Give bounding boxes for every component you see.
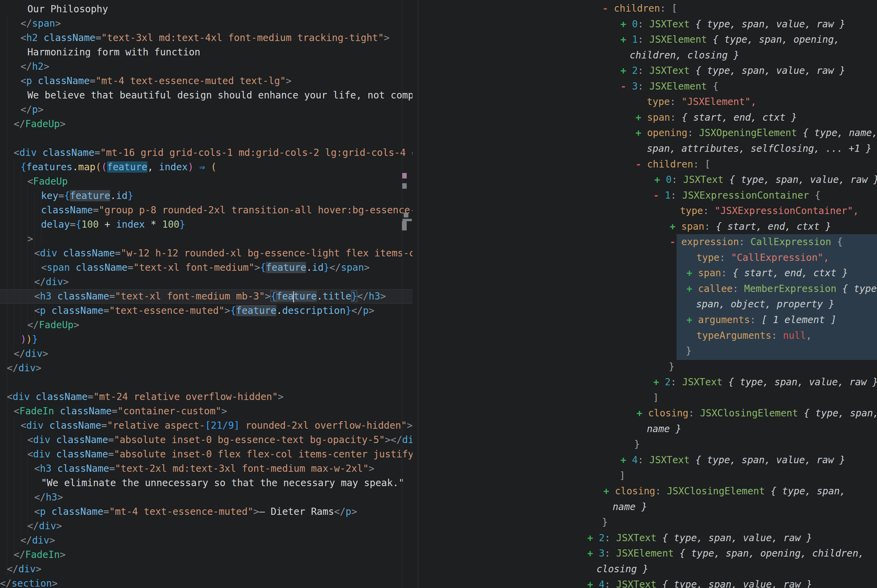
code-line[interactable]: </h2> — [21, 60, 49, 74]
ast-row[interactable]: - 1: JSXExpressionContainer { — [653, 188, 821, 203]
expand-icon[interactable]: + — [620, 454, 632, 466]
ast-row[interactable]: + span: { start, end, ctxt } — [686, 265, 848, 281]
ast-row[interactable]: - children: [ — [602, 1, 677, 16]
code-line[interactable]: <h2 className="text-3xl md:text-4xl font… — [21, 31, 390, 45]
code-line[interactable]: <div className="mt-24 relative overflow-… — [7, 390, 284, 404]
code-line[interactable]: > — [27, 232, 33, 246]
expand-icon[interactable]: + — [686, 314, 698, 326]
code-line[interactable]: <h3 className="text-2xl md:text-3xl font… — [34, 462, 374, 476]
occurrence-mark — [402, 183, 407, 189]
ast-row: children, closing } — [630, 48, 739, 63]
editor-ruler-line — [402, 0, 402, 588]
collapse-icon[interactable]: - — [602, 3, 614, 14]
expand-icon[interactable]: + — [670, 221, 681, 232]
expand-icon[interactable]: + — [653, 376, 665, 388]
occurrence-mark — [402, 221, 407, 230]
code-line[interactable]: <div className="absolute inset-0 flex fl… — [27, 447, 413, 462]
indent-guide — [27, 184, 28, 335]
indent-guide — [21, 431, 21, 547]
code-line[interactable]: <div className="mt-16 grid grid-cols-1 m… — [14, 146, 413, 160]
code-line[interactable]: <p className="mt-4 text-essence-muted te… — [21, 74, 291, 88]
ast-row[interactable]: - expression: CallExpression { — [670, 234, 843, 250]
ast-row: ] — [653, 390, 659, 406]
code-line[interactable]: key={feature.id} — [41, 189, 134, 203]
collapse-icon[interactable]: - — [620, 81, 632, 92]
expand-icon[interactable]: + — [635, 112, 647, 123]
expand-icon[interactable]: + — [686, 267, 698, 279]
ast-row: type: "CallExpression", — [697, 250, 829, 266]
ast-row[interactable]: + span: { start, end, ctxt } — [635, 110, 797, 126]
ast-row[interactable]: + 4: JSXText { type, span, value, raw } — [587, 577, 812, 588]
code-line[interactable]: </FadeUp> — [27, 318, 80, 332]
ast-row[interactable]: + opening: JSXOpeningElement { type, nam… — [635, 125, 877, 141]
ast-row[interactable]: + 2: JSXText { type, span, value, raw } — [653, 374, 877, 390]
code-line[interactable]: <p className="text-essence-muted">{featu… — [34, 304, 374, 318]
code-line[interactable]: ))} — [21, 332, 38, 346]
expand-icon[interactable]: + — [587, 548, 599, 559]
ast-row[interactable]: - 3: JSXElement { — [620, 79, 719, 94]
code-line[interactable]: </div> — [7, 361, 41, 375]
code-line[interactable]: <div className="w-12 h-12 rounded-xl bg-… — [34, 246, 413, 261]
code-line[interactable]: We believe that beautiful design should … — [27, 88, 413, 102]
collapse-icon[interactable]: - — [653, 190, 665, 201]
code-line[interactable]: </section> — [0, 576, 58, 588]
code-line[interactable]: </h3> — [34, 490, 63, 505]
code-line[interactable]: <div className="absolute inset-0 bg-esse… — [27, 433, 413, 447]
ast-row[interactable]: + 0: JSXText { type, span, value, raw } — [620, 16, 845, 32]
code-line[interactable]: <FadeUp — [27, 174, 68, 189]
ast-row[interactable]: + closing: JSXClosingElement { type, spa… — [637, 405, 877, 421]
expand-icon[interactable]: + — [635, 127, 647, 138]
collapse-icon[interactable]: - — [635, 159, 647, 170]
expand-icon[interactable]: + — [686, 283, 698, 294]
indent-guide — [14, 417, 14, 561]
code-line[interactable]: <span className="text-xl font-medium">{f… — [41, 261, 370, 275]
occurrence-mark — [404, 213, 408, 218]
expand-icon[interactable]: + — [620, 18, 632, 30]
code-line[interactable]: </div> — [7, 562, 41, 576]
code-line[interactable]: </FadeUp> — [14, 117, 66, 131]
indent-guide — [21, 171, 21, 345]
expand-icon[interactable]: + — [604, 486, 615, 497]
code-line[interactable]: </div> — [14, 346, 48, 361]
ast-row[interactable]: + 1: JSXElement { type, span, opening, — [620, 32, 840, 48]
ast-row[interactable]: + 0: JSXText { type, span, value, raw } — [654, 172, 877, 188]
ast-row[interactable]: + span: { start, end, ctxt } — [670, 219, 831, 234]
ast-row[interactable]: + 2: JSXText { type, span, value, raw } — [620, 63, 845, 79]
code-line[interactable]: Harmonizing form with function — [27, 45, 200, 60]
code-line[interactable]: </span> — [21, 16, 61, 31]
code-line[interactable]: {features.map((feature, index) ⇒ ( — [21, 160, 216, 174]
code-line[interactable]: Our Philosophy — [27, 2, 108, 16]
ast-row[interactable]: - children: [ — [635, 157, 710, 172]
code-line[interactable]: "We eliminate the unnecessary so that th… — [41, 476, 404, 490]
ast-row[interactable]: + closing: JSXClosingElement { type, spa… — [604, 483, 845, 499]
ast-row[interactable]: + 3: JSXElement { type, span, opening, c… — [587, 546, 864, 561]
code-editor-pane[interactable]: Our Philosophy</span><h2 className="text… — [0, 0, 413, 588]
ast-row: span, attributes, selfClosing, ... +1 } — [647, 141, 871, 157]
code-line[interactable]: </div> — [34, 275, 69, 289]
ast-row: type: "JSXElement", — [647, 94, 756, 110]
code-line[interactable]: </FadeIn> — [14, 548, 66, 562]
code-line[interactable]: <h3 className="text-xl font-medium mb-3"… — [34, 289, 386, 304]
ast-tree-pane: - children: [+ 0: JSXText { type, span, … — [418, 0, 877, 588]
expand-icon[interactable]: + — [587, 579, 599, 588]
ast-row[interactable]: + 4: JSXText { type, span, value, raw } — [620, 452, 845, 468]
collapse-icon[interactable]: - — [670, 236, 681, 248]
code-line[interactable]: </div> — [21, 533, 55, 548]
ast-row: } — [634, 436, 640, 452]
code-line[interactable]: <p className="mt-4 text-essence-muted">—… — [34, 505, 357, 519]
ast-row[interactable]: + 2: JSXText { type, span, value, raw } — [587, 530, 812, 546]
expand-icon[interactable]: + — [620, 65, 632, 76]
expand-icon[interactable]: + — [587, 532, 599, 543]
code-line[interactable]: delay={100 + index * 100} — [41, 218, 185, 232]
ast-row[interactable]: + callee: MemberExpression { type, — [686, 281, 877, 297]
ast-row[interactable]: + arguments: [ 1 element ] — [686, 312, 836, 328]
expand-icon[interactable]: + — [637, 408, 648, 419]
code-line[interactable]: className="group p-8 rounded-2xl transit… — [41, 203, 413, 218]
expand-icon[interactable]: + — [620, 34, 632, 45]
code-line[interactable]: <div className="relative aspect-[21/9] r… — [21, 418, 413, 433]
code-line[interactable]: </p> — [21, 102, 44, 117]
code-line[interactable]: </div> — [27, 519, 62, 533]
code-line[interactable]: <FadeIn className="container-custom"> — [14, 404, 227, 418]
ast-row: } — [669, 359, 674, 375]
expand-icon[interactable]: + — [654, 174, 666, 185]
